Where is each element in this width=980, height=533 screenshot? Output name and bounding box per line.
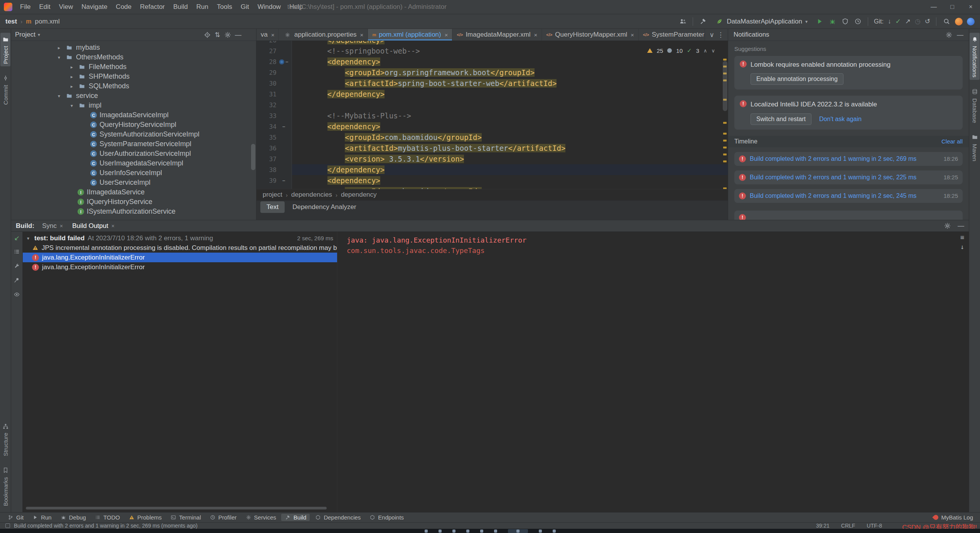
prev-problem-icon[interactable]: ∧ (703, 48, 707, 54)
timeline-card[interactable]: !Build completed with 2 errors and 1 war… (734, 189, 963, 203)
spring-gutter-icon[interactable] (279, 59, 284, 64)
horizontal-scrollbar[interactable] (26, 507, 327, 509)
tree-item-sqlmethods[interactable]: ▸SQLMethods (11, 81, 256, 91)
gutter[interactable]: 38 (256, 164, 292, 175)
tab-options-icon[interactable]: ⋮ (717, 32, 724, 38)
stripe-item-structure[interactable]: Structure (0, 420, 10, 459)
git-commit-check-icon[interactable]: ✓ (895, 18, 901, 25)
git-rollback-icon[interactable]: ↺ (925, 18, 930, 25)
code-text[interactable]: <artifactId>spring-boot-starter-web</art… (292, 79, 557, 88)
tree-item-queryhistoryserviceimpl[interactable]: CQueryHistoryServiceImpl (11, 120, 256, 130)
console-line[interactable]: java: java.lang.ExceptionInInitializerEr… (347, 235, 969, 245)
jump-to-error-icon[interactable]: ↙ (14, 235, 19, 241)
warning-stripe-mark[interactable] (723, 133, 727, 135)
chevron-down-icon[interactable]: ▾ (69, 103, 75, 108)
tree-item-systemparameterserviceimpl[interactable]: CSystemParameterServiceImpl (11, 139, 256, 149)
tab-pom-xml-application[interactable]: mpom.xml (application)× (368, 29, 452, 40)
toolwindow-debug[interactable]: Debug (57, 514, 89, 521)
timeline-text[interactable]: Build completed with 2 errors and 1 warn… (750, 174, 940, 181)
chevron-right-icon[interactable]: ▸ (69, 84, 75, 89)
gutter[interactable]: 40 (256, 186, 292, 189)
gutter[interactable]: 30 (256, 78, 292, 89)
line-number[interactable]: 40 (256, 188, 277, 189)
toolwindow-terminal[interactable]: Terminal (167, 514, 204, 521)
code-text[interactable]: <version> 3.5.3.1</version> (292, 155, 464, 163)
search-everywhere-icon[interactable] (942, 17, 951, 26)
warning-stripe-mark[interactable] (723, 59, 727, 61)
build-tab-build-output[interactable]: Build Output× (71, 221, 116, 231)
tree-item-isystemauthorizationservice[interactable]: IISystemAuthorizationService (11, 207, 256, 216)
build-row-warning-1[interactable]: JPS incremental annotation processing is… (23, 243, 337, 253)
menu-code[interactable]: Code (112, 2, 135, 12)
taskbar-app-icon[interactable] (466, 530, 469, 533)
taskbar-app-icon[interactable] (539, 530, 542, 533)
code-area[interactable]: 26 </dependency>27 <!--springboot-web-->… (256, 41, 728, 189)
code-line-30[interactable]: 30 <artifactId>spring-boot-starter-web</… (256, 78, 728, 89)
close-icon[interactable]: × (534, 32, 538, 38)
chevron-right-icon[interactable]: ▸ (69, 64, 75, 70)
preview-icon[interactable] (13, 290, 21, 299)
project-scrollbar[interactable] (251, 144, 255, 170)
tree-item-impl[interactable]: ▾impl (11, 101, 256, 110)
gutter[interactable]: 28− (256, 56, 292, 67)
background-tasks-icon[interactable] (5, 523, 10, 528)
pin-icon[interactable] (13, 276, 21, 284)
close-icon[interactable]: × (445, 32, 448, 38)
gutter[interactable]: 34− (256, 121, 292, 132)
tab-imagedatamapper-xml[interactable]: </>ImagedataMapper.xml× (452, 29, 542, 40)
line-number[interactable]: 35 (256, 134, 277, 141)
fold-icon[interactable]: − (282, 178, 285, 184)
gutter[interactable]: 35 (256, 132, 292, 143)
close-icon[interactable]: × (60, 223, 63, 229)
taskbar-app-icon[interactable] (553, 530, 556, 533)
git-push-icon[interactable]: ↗ (905, 18, 911, 25)
line-number[interactable]: 34 (256, 123, 277, 130)
enable-annotation-processing-button[interactable]: Enable annotation processing (751, 73, 843, 85)
editor-scrollbar[interactable] (723, 61, 727, 111)
locate-file-icon[interactable] (202, 30, 213, 39)
don-t-ask-again-link[interactable]: Don't ask again (819, 116, 862, 123)
gear-icon[interactable] (945, 30, 953, 39)
gear-icon[interactable] (223, 30, 233, 39)
menu-git[interactable]: Git (237, 2, 253, 12)
code-line-33[interactable]: 33 <!--Mybatis-Plus--> (256, 110, 728, 121)
toolwindow-build[interactable]: Build (281, 514, 310, 521)
tree-item-iimagedataservice[interactable]: IIImagedataService (11, 187, 256, 197)
gutter[interactable]: 32 (256, 100, 292, 110)
timeline-card[interactable]: !Build completed with 2 errors and 1 war… (734, 152, 963, 166)
code-text[interactable]: <!--springboot-web--> (292, 47, 420, 55)
chevron-down-icon[interactable]: ▾ (38, 32, 40, 37)
next-problem-icon[interactable]: ∨ (711, 48, 715, 54)
switch-and-restart-button[interactable]: Switch and restart (751, 113, 811, 125)
code-line-36[interactable]: 36 <artifactId>mybatis-plus-boot-starter… (256, 143, 728, 153)
breadcrumb-dependency[interactable]: dependency (341, 191, 377, 199)
line-number[interactable]: 39 (256, 177, 277, 184)
tree-item-filemethods[interactable]: ▸FileMethods (11, 62, 256, 72)
build-row-root-0[interactable]: ▾test: build failedAt 2023/7/10 18:26 wi… (23, 233, 337, 243)
chevron-down-icon[interactable]: ▾ (56, 55, 62, 60)
gutter[interactable]: 31 (256, 89, 292, 100)
code-line-38[interactable]: 38 </dependency> (256, 164, 728, 175)
code-line-26[interactable]: 26 </dependency> (256, 41, 728, 46)
menu-build[interactable]: Build (169, 2, 192, 12)
tab-application-properties[interactable]: application.properties× (279, 29, 368, 40)
hide-panel-icon[interactable]: — (235, 32, 241, 38)
expand-collapse-icon[interactable]: ⇅ (215, 32, 220, 38)
code-text[interactable]: <dependency> (292, 122, 380, 131)
gutter[interactable]: 26 (256, 41, 292, 46)
stripe-item-project[interactable]: Project (0, 33, 10, 66)
code-line-40[interactable]: 40 <groupId>com.baomidou</groupId> (256, 186, 728, 189)
run-config-selector[interactable]: DataMasterApiApplication▾ (712, 16, 811, 27)
warning-stripe-mark[interactable] (723, 187, 727, 189)
timeline-card-partial[interactable]: ! (734, 211, 963, 220)
chevron-down-icon[interactable]: ▾ (25, 236, 31, 241)
warning-stripe-mark[interactable] (723, 160, 727, 162)
clear-all-link[interactable]: Clear all (941, 138, 963, 145)
build-row-error-3[interactable]: !java.lang.ExceptionInInitializerError (23, 262, 337, 272)
menu-edit[interactable]: Edit (35, 2, 54, 12)
code-text[interactable]: <groupId>com.baomidou</groupId> (292, 187, 482, 189)
chevron-down-icon[interactable]: ▾ (56, 93, 62, 99)
tree-item-imagedataserviceimpl[interactable]: CImagedataServiceImpl (11, 110, 256, 120)
gutter[interactable]: 33 (256, 110, 292, 121)
tree-item-userauthorizationserviceimpl[interactable]: CUserAuthorizationServiceImpl (11, 149, 256, 159)
